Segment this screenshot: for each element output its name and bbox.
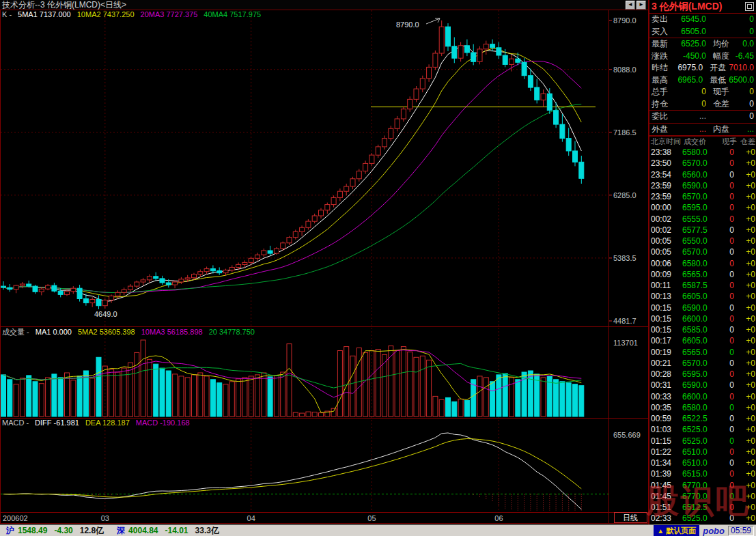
macd-readout: MACD -DIFF -61.981DEA 128.187MACD -190.1… [2, 419, 196, 427]
tape-row: 00:216570.00+0 [649, 358, 756, 369]
svg-text:03: 03 [101, 514, 109, 522]
quote-panel-header: 3 伦外铜(LMCD) [649, 0, 756, 14]
tape-header: 北京时间成交价现手仓差 [649, 136, 756, 147]
contract-title: 3 伦外铜(LMCD) [652, 1, 722, 12]
quote-row: 卖出6545.00 [649, 14, 756, 26]
index-change: -4.30 [54, 526, 72, 535]
tape-row: 02:336525.00+0 [649, 513, 756, 524]
tape-col-header: 北京时间 [651, 137, 684, 147]
indicator-value: MA1 0.000 [36, 328, 72, 336]
tape-row: 23:546560.00+0 [649, 169, 756, 180]
tape-rows: 23:386580.00+023:506570.00+023:546560.00… [649, 147, 756, 524]
tape-row: 00:026555.00+0 [649, 214, 756, 225]
tape-row: 23:596570.00+0 [649, 191, 756, 202]
tape-row: 00:156600.00+0 [649, 313, 756, 324]
tape-row: 00:136605.00+0 [649, 291, 756, 302]
svg-text:8088.0: 8088.0 [613, 66, 636, 74]
index-change: -14.01 [165, 526, 188, 535]
tape-row: 00:196565.00+0 [649, 347, 756, 358]
index-label: 深 [117, 525, 125, 536]
indicator-value: MACD -190.168 [136, 419, 190, 427]
app-window: 技术分析--3 伦外铜(LMCD)<日线> ◄ ► 8790.08088.071… [0, 0, 756, 536]
tape-row: 00:096565.00+0 [649, 269, 756, 280]
tape-row: 01:226510.00+0 [649, 447, 756, 457]
default-page-button[interactable]: ▲ 默认页面 [654, 525, 699, 536]
indicator-value: 20MA3 7727.375 [141, 10, 198, 18]
volume-ma-readout: 成交量 -MA1 0.0005MA2 53605.39810MA3 56185.… [2, 328, 261, 337]
tape-row: 00:356580.00+0 [649, 402, 756, 413]
tape-col-header: 现手 [718, 137, 737, 147]
index-value: 4004.84 [128, 526, 158, 535]
tape-row: 00:056550.00+0 [649, 236, 756, 246]
quote-row: 总手0现手0 [649, 86, 756, 98]
tape-row: 00:056570.00+0 [649, 246, 756, 257]
tape-row: 01:516512.50+0 [649, 502, 756, 513]
tape-row: 00:176605.00+0 [649, 335, 756, 346]
tape-col-header: 成交价 [684, 137, 718, 147]
status-bar-right: ▲ 默认页面 pobo 05:59 [654, 525, 756, 536]
time-and-sales: 北京时间成交价现手仓差 23:386580.00+023:506570.00+0… [649, 136, 756, 524]
price-ma-readout: K -5MA1 7137.00010MA2 7437.25020MA3 7727… [2, 10, 267, 19]
svg-text:06: 06 [494, 514, 503, 522]
tape-row: 00:026577.50+0 [649, 225, 756, 236]
chart-canvas[interactable]: 8790.08088.07186.56285.05383.54481.71137… [0, 0, 649, 524]
indicator-value: 40MA4 7517.975 [204, 10, 261, 18]
quote-row: 昨结6975.0开盘7010.0 [649, 62, 756, 74]
quote-row: 委比...0 [649, 111, 756, 123]
svg-text:6285.0: 6285.0 [613, 191, 636, 199]
svg-text:5383.5: 5383.5 [613, 254, 636, 262]
quote-row: 外盘...内盘... [649, 124, 756, 136]
svg-text:4649.0: 4649.0 [94, 310, 117, 318]
svg-text:日线: 日线 [623, 513, 638, 522]
tape-row: 00:116587.50+0 [649, 280, 756, 291]
quote-panel: 3 伦外铜(LMCD) 卖出6545.00买入6505.00最新6525.0均价… [649, 0, 756, 524]
clock: 05:59 [728, 526, 754, 536]
tape-row: 23:506570.00+0 [649, 158, 756, 169]
index-amount: 12.8亿 [80, 525, 104, 536]
quote-row: 最高6965.0最低6500.0 [649, 74, 756, 87]
svg-text:113701: 113701 [613, 339, 638, 347]
svg-text:05: 05 [367, 514, 376, 522]
quote-row: 买入6505.00 [649, 26, 756, 38]
indicator-value: 20 34778.750 [209, 328, 255, 336]
indicator-value: 5MA2 53605.398 [78, 328, 135, 336]
tape-row: 00:066580.00+0 [649, 258, 756, 269]
tape-row: 23:596590.00+0 [649, 180, 756, 191]
svg-text:655.669: 655.669 [613, 431, 641, 439]
tape-row: 00:156585.00+0 [649, 324, 756, 335]
svg-text:8790.0: 8790.0 [396, 20, 419, 29]
tape-row: 01:456770.00+0 [649, 491, 756, 502]
svg-text:7186.5: 7186.5 [613, 128, 636, 137]
indicator-value: 10MA3 56185.898 [141, 328, 203, 336]
indicator-value: 10MA2 7437.250 [77, 10, 135, 18]
index-label: 沪 [6, 525, 14, 536]
tape-row: 00:006595.00+0 [649, 202, 756, 213]
svg-text:4481.7: 4481.7 [613, 317, 636, 325]
index-ticker: 沪1548.49-4.3012.8亿深4004.84-14.0133.3亿 [0, 525, 229, 536]
panel-maximize-button[interactable] [745, 2, 754, 11]
tape-row: 01:456770.00+0 [649, 480, 756, 491]
tape-row: 01:156525.00+0 [649, 436, 756, 447]
svg-text:04: 04 [247, 514, 255, 522]
quote-row: 持仓0仓差0 [649, 98, 756, 111]
tape-row: 00:596522.50+0 [649, 413, 756, 424]
indicator-value: 成交量 - [2, 328, 29, 336]
quote-row: 涨跌-450.0幅度-6.45 [649, 51, 756, 63]
index-value: 1548.49 [18, 526, 47, 535]
indicator-value: MACD - [2, 419, 29, 427]
tape-row: 01:346510.00+0 [649, 457, 756, 468]
tape-row: 00:336600.00+0 [649, 391, 756, 402]
tape-row: 23:386580.00+0 [649, 147, 756, 158]
tape-row: 01:036525.00+0 [649, 424, 756, 435]
tape-row: 00:156590.00+0 [649, 302, 756, 313]
status-bar: 沪1548.49-4.3012.8亿深4004.84-14.0133.3亿 ▲ … [0, 524, 756, 536]
tape-row: 01:396515.00+0 [649, 468, 756, 479]
svg-text:8790.0: 8790.0 [613, 16, 636, 25]
tape-row: 00:316590.00+0 [649, 380, 756, 391]
indicator-value: DIFF -61.981 [35, 419, 79, 427]
quote-rows: 卖出6545.00买入6505.00最新6525.0均价0.0涨跌-450.0幅… [649, 14, 756, 136]
warning-triangle-icon: ▲ [657, 527, 664, 535]
brand-logo: pobo [703, 526, 725, 536]
index-amount: 33.3亿 [195, 525, 219, 536]
indicator-value: 5MA1 7137.000 [18, 10, 71, 18]
